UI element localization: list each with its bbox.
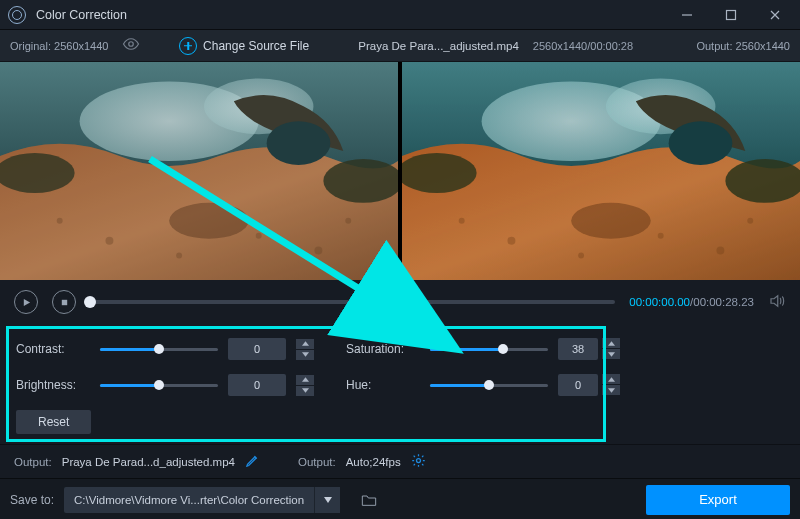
brightness-step-down[interactable]	[296, 386, 314, 396]
saturation-value[interactable]: 38	[558, 338, 598, 360]
seek-slider[interactable]	[90, 300, 615, 304]
minimize-button[interactable]	[670, 4, 704, 26]
source-metadata: 2560x1440/00:00:28	[533, 40, 633, 52]
svg-point-9	[57, 218, 63, 224]
svg-point-8	[169, 203, 249, 239]
brightness-label: Brightness:	[16, 378, 90, 392]
brightness-value[interactable]: 0	[228, 374, 286, 396]
hue-value[interactable]: 0	[558, 374, 598, 396]
svg-point-30	[416, 458, 420, 462]
change-source-label: Change Source File	[203, 39, 309, 53]
output-settings-button[interactable]	[411, 453, 426, 471]
rename-output-button[interactable]	[245, 453, 260, 471]
svg-point-26	[716, 247, 724, 255]
save-to-label: Save to:	[10, 493, 54, 507]
play-button[interactable]	[14, 290, 38, 314]
save-path-dropdown[interactable]	[314, 487, 340, 513]
source-toolbar: Original: 2560x1440 Change Source File P…	[0, 30, 800, 62]
svg-point-12	[256, 233, 262, 239]
original-preview	[0, 62, 398, 280]
svg-point-24	[578, 253, 584, 259]
seek-knob[interactable]	[84, 296, 96, 308]
svg-point-1	[129, 42, 134, 47]
contrast-label: Contrast:	[16, 342, 90, 356]
playback-row: 00:00:00.00/00:00:28.23	[0, 280, 800, 324]
saturation-step-up[interactable]	[602, 338, 620, 348]
svg-point-14	[345, 218, 351, 224]
saturation-step-down[interactable]	[602, 349, 620, 359]
stop-button[interactable]	[52, 290, 76, 314]
timecode: 00:00:00.00/00:00:28.23	[629, 296, 754, 308]
svg-point-5	[267, 121, 331, 165]
hue-step-up[interactable]	[602, 374, 620, 384]
saturation-label: Saturation:	[346, 342, 420, 356]
reset-button[interactable]: Reset	[16, 410, 91, 434]
save-path-field[interactable]: C:\Vidmore\Vidmore Vi...rter\Color Corre…	[64, 487, 314, 513]
svg-point-13	[314, 247, 322, 255]
open-folder-button[interactable]	[356, 487, 382, 513]
maximize-button[interactable]	[714, 4, 748, 26]
svg-point-10	[105, 237, 113, 245]
original-label: Original: 2560x1440	[10, 40, 108, 52]
saturation-slider[interactable]	[430, 348, 548, 351]
source-filename: Praya De Para..._adjusted.mp4	[358, 40, 518, 52]
svg-point-25	[658, 233, 664, 239]
save-row: Save to: C:\Vidmore\Vidmore Vi...rter\Co…	[0, 478, 800, 519]
output-file-value: Praya De Parad...d_adjusted.mp4	[62, 456, 235, 468]
title-bar: Color Correction	[0, 0, 800, 30]
window-title: Color Correction	[36, 8, 127, 22]
svg-point-21	[571, 203, 651, 239]
preview-area	[0, 62, 800, 280]
contrast-slider[interactable]	[100, 348, 218, 351]
svg-point-18	[669, 121, 733, 165]
output-file-label: Output:	[14, 456, 52, 468]
hue-label: Hue:	[346, 378, 420, 392]
output-label: Output: 2560x1440	[696, 40, 790, 52]
contrast-step-up[interactable]	[296, 339, 314, 349]
change-source-button[interactable]: Change Source File	[179, 37, 309, 55]
brightness-slider[interactable]	[100, 384, 218, 387]
brightness-step-up[interactable]	[296, 375, 314, 385]
svg-rect-28	[61, 299, 66, 304]
export-button[interactable]: Export	[646, 485, 790, 515]
adjusted-preview	[402, 62, 800, 280]
output-format-value: Auto;24fps	[346, 456, 401, 468]
volume-icon[interactable]	[768, 292, 786, 313]
contrast-step-down[interactable]	[296, 350, 314, 360]
svg-point-11	[176, 253, 182, 259]
contrast-value[interactable]: 0	[228, 338, 286, 360]
color-sliders-panel: Contrast: 0 Saturation: 38 Brightness: 0	[0, 324, 800, 444]
svg-point-27	[747, 218, 753, 224]
svg-rect-0	[727, 10, 736, 19]
app-logo-icon	[8, 6, 26, 24]
output-row: Output: Praya De Parad...d_adjusted.mp4 …	[0, 444, 800, 478]
svg-point-22	[459, 218, 465, 224]
svg-point-23	[507, 237, 515, 245]
close-button[interactable]	[758, 4, 792, 26]
hue-slider[interactable]	[430, 384, 548, 387]
preview-toggle-icon[interactable]	[122, 35, 140, 56]
plus-icon	[179, 37, 197, 55]
output-format-label: Output:	[298, 456, 336, 468]
hue-step-down[interactable]	[602, 385, 620, 395]
